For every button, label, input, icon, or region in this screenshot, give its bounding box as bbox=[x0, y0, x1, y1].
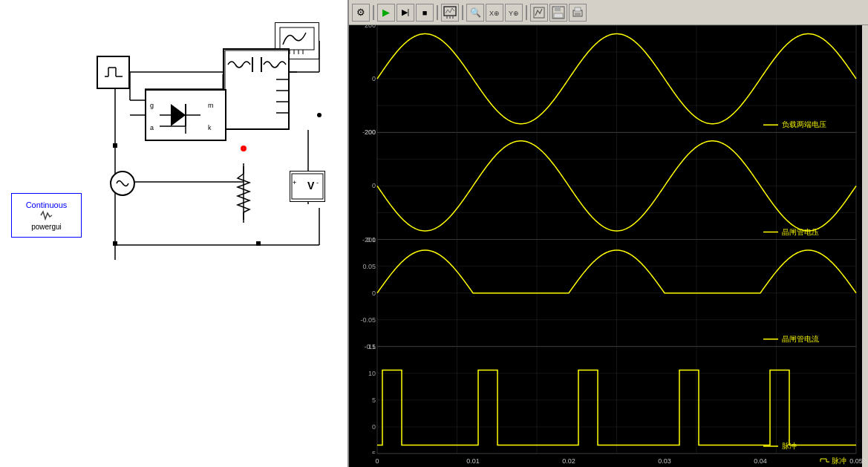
svg-rect-67 bbox=[554, 13, 563, 18]
scope-canvas bbox=[349, 25, 862, 467]
transformer-block[interactable] bbox=[223, 48, 290, 130]
ac-source-block[interactable] bbox=[110, 171, 135, 196]
resistor-icon bbox=[235, 166, 252, 220]
print-icon bbox=[571, 6, 584, 19]
pulse-generator-block[interactable] bbox=[97, 56, 130, 89]
thyristor-block[interactable]: g a m k bbox=[145, 89, 226, 141]
zoom-x-button[interactable]: X⊕ bbox=[486, 4, 503, 22]
svg-point-18 bbox=[317, 113, 322, 117]
powergui-continuous-label: Continuous bbox=[26, 200, 68, 209]
toolbar-sep-4 bbox=[526, 5, 527, 20]
play-button[interactable]: ▶ bbox=[377, 4, 395, 22]
scope-settings-button[interactable] bbox=[441, 4, 459, 22]
step-button[interactable]: ▶| bbox=[397, 4, 414, 22]
zoom-in-icon: 🔍 bbox=[470, 7, 481, 18]
powergui-icon bbox=[39, 210, 54, 221]
svg-text:g: g bbox=[150, 102, 154, 109]
scope-toolbar: ⚙ ▶ ▶| ■ 🔍 X⊕ bbox=[349, 0, 868, 25]
junction-node-1 bbox=[113, 143, 117, 148]
transformer-icon bbox=[224, 50, 290, 130]
powergui-sublabel: powergui bbox=[31, 223, 62, 231]
save-button[interactable] bbox=[549, 4, 567, 22]
junction-node-2 bbox=[113, 241, 117, 246]
scope-window: ⚙ ▶ ▶| ■ 🔍 X⊕ bbox=[349, 0, 868, 467]
svg-marker-46 bbox=[171, 104, 186, 126]
settings-button[interactable]: ⚙ bbox=[352, 4, 370, 22]
voltmeter-icon: + V - bbox=[291, 173, 324, 200]
zoom-in-button[interactable]: 🔍 bbox=[466, 4, 484, 22]
resistor-block[interactable] bbox=[230, 163, 257, 223]
svg-text:V: V bbox=[307, 180, 315, 192]
zoom-x-icon: X⊕ bbox=[488, 6, 501, 19]
svg-text:Y⊕: Y⊕ bbox=[509, 10, 519, 17]
ac-source-icon bbox=[114, 175, 131, 192]
pulse-icon bbox=[102, 62, 125, 84]
junction-node-3 bbox=[256, 241, 261, 246]
powergui-block[interactable]: Continuous powergui bbox=[11, 193, 82, 238]
svg-rect-66 bbox=[555, 7, 561, 11]
svg-text:-: - bbox=[316, 179, 319, 186]
svg-point-16 bbox=[241, 146, 247, 151]
thyristor-icon: g a m k bbox=[149, 93, 223, 137]
svg-rect-69 bbox=[575, 7, 581, 11]
autoscale-icon bbox=[532, 6, 546, 19]
scope-right-border bbox=[862, 25, 868, 467]
step-icon: ▶| bbox=[402, 7, 410, 17]
toolbar-sep-3 bbox=[462, 5, 463, 20]
zoom-y-button[interactable]: Y⊕ bbox=[505, 4, 523, 22]
stop-icon: ■ bbox=[422, 8, 428, 17]
voltmeter-block[interactable]: + V - bbox=[290, 171, 325, 202]
stop-button[interactable]: ■ bbox=[416, 4, 434, 22]
svg-rect-41 bbox=[225, 50, 289, 129]
svg-text:m: m bbox=[208, 102, 214, 109]
scope-settings-icon bbox=[443, 6, 457, 19]
simulink-diagram: Continuous powergui bbox=[0, 0, 349, 467]
svg-text:X⊕: X⊕ bbox=[489, 10, 500, 17]
zoom-y-icon: Y⊕ bbox=[507, 6, 521, 19]
toolbar-sep-1 bbox=[373, 5, 374, 20]
toolbar-sep-2 bbox=[437, 5, 438, 20]
svg-text:a: a bbox=[150, 124, 154, 131]
svg-text:k: k bbox=[208, 124, 212, 131]
save-icon bbox=[552, 6, 565, 19]
gear-icon: ⚙ bbox=[356, 7, 365, 18]
svg-text:+: + bbox=[293, 179, 296, 186]
print-button[interactable] bbox=[569, 4, 587, 22]
scope-plot-area bbox=[349, 25, 868, 467]
autoscale-button[interactable] bbox=[530, 4, 548, 22]
play-icon: ▶ bbox=[382, 7, 390, 18]
